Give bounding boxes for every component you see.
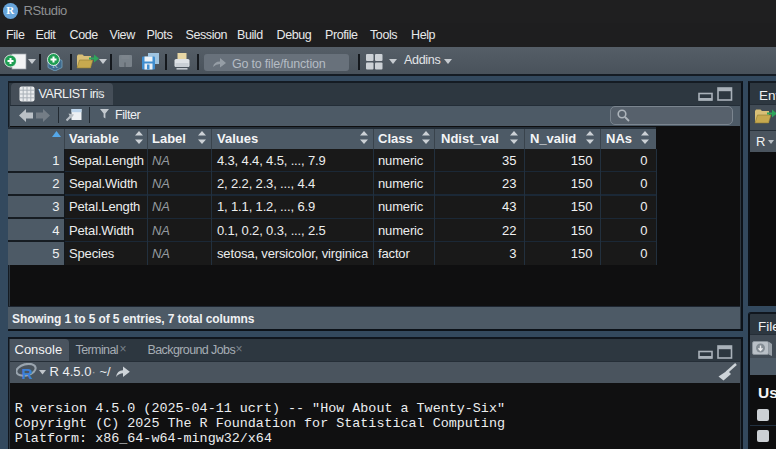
svg-text:R: R [21, 364, 32, 381]
